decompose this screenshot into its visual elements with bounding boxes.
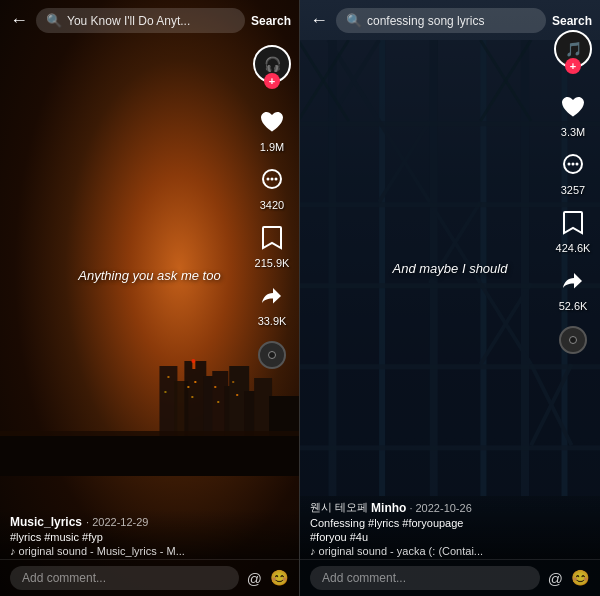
left-search-icon: 🔍 (46, 13, 62, 28)
right-bookmark-icon (556, 206, 590, 240)
svg-point-26 (275, 178, 278, 181)
left-heart-icon (255, 105, 289, 139)
right-search-button[interactable]: Search (552, 14, 592, 28)
left-comment-icon (255, 163, 289, 197)
left-comment-input[interactable]: Add comment... (10, 566, 239, 590)
left-search-bar[interactable]: 🔍 You Know I'll Do Anyt... (36, 8, 245, 33)
right-like-count: 3.3M (561, 126, 585, 138)
left-sound[interactable]: ♪ original sound - Music_lyrics - M... (10, 545, 289, 557)
right-bottom-info: 웬시 테오페 Minho · 2022-10-26 Confessing #ly… (300, 494, 600, 559)
left-date: · 2022-12-29 (86, 516, 148, 528)
left-comment-count: 3420 (260, 199, 284, 211)
right-search-bar[interactable]: 🔍 confessing song lyrics (336, 8, 546, 33)
right-comment-count: 3257 (561, 184, 585, 196)
left-user-line: Music_lyrics · 2022-12-29 (10, 515, 289, 529)
left-share-action[interactable]: 33.9K (255, 279, 289, 327)
right-like-action[interactable]: 3.3M (556, 90, 590, 138)
left-avatar[interactable]: 🎧 + (253, 45, 291, 83)
left-share-count: 33.9K (258, 315, 287, 327)
right-username[interactable]: Minho (371, 501, 406, 515)
right-comment-bar: Add comment... @ 😊 (300, 559, 600, 596)
left-bottom-info: Music_lyrics · 2022-12-29 #lyrics #music… (0, 509, 299, 559)
left-comment-icons: @ 😊 (247, 569, 289, 587)
svg-point-24 (267, 178, 270, 181)
right-search-query: confessing song lyrics (367, 14, 484, 28)
right-comment-action[interactable]: 3257 (556, 148, 590, 196)
right-bookmark-count: 424.6K (556, 242, 591, 254)
left-video-area: Anything you ask me too 🎧 + 1.9M (0, 41, 299, 509)
svg-point-55 (572, 163, 575, 166)
left-avatar-icon: 🎧 (264, 56, 281, 72)
right-sound[interactable]: ♪ original sound - yacka (: (Contai... (310, 545, 590, 557)
right-share-action[interactable]: 52.6K (556, 264, 590, 312)
right-comment-icon (556, 148, 590, 182)
left-side-actions: 🎧 + 1.9M (253, 45, 291, 369)
left-music-disc[interactable] (258, 341, 286, 369)
left-search-button[interactable]: Search (251, 14, 291, 28)
right-back-button[interactable]: ← (308, 8, 330, 33)
svg-point-56 (576, 163, 579, 166)
left-header: ← 🔍 You Know I'll Do Anyt... Search (0, 0, 299, 41)
right-at-icon[interactable]: @ (548, 570, 563, 587)
left-comment-bar: Add comment... @ 😊 (0, 559, 299, 596)
right-search-icon: 🔍 (346, 13, 362, 28)
left-lyric-text: Anything you ask me too (78, 268, 220, 283)
right-description[interactable]: Confessing #lyrics #foryoupage (310, 517, 590, 529)
svg-point-25 (271, 178, 274, 181)
right-hashtags[interactable]: #foryou #4u (310, 531, 590, 543)
right-date: · 2022-10-26 (409, 502, 471, 514)
left-disc-center (268, 351, 276, 359)
left-bookmark-count: 215.9K (255, 257, 290, 269)
right-avatar-icon: 🎵 (565, 41, 582, 57)
left-follow-badge[interactable]: + (264, 73, 280, 89)
right-comment-input[interactable]: Add comment... (310, 566, 540, 590)
right-panel: ← 🔍 confessing song lyrics Search And ma… (300, 0, 600, 596)
right-disc-center (569, 336, 577, 344)
left-emoji-icon[interactable]: 😊 (270, 569, 289, 587)
right-follow-badge[interactable]: + (565, 58, 581, 74)
right-comment-icons: @ 😊 (548, 569, 590, 587)
right-share-icon (556, 264, 590, 298)
right-music-disc[interactable] (559, 326, 587, 354)
right-side-actions: 🎵 + 3.3M (554, 30, 592, 354)
left-bookmark-icon (255, 221, 289, 255)
right-header: ← 🔍 confessing song lyrics Search (300, 0, 600, 41)
right-username-korean: 웬시 테오페 (310, 500, 368, 515)
left-comment-action[interactable]: 3420 (255, 163, 289, 211)
right-bookmark-action[interactable]: 424.6K (556, 206, 591, 254)
left-hashtags[interactable]: #lyrics #music #fyp (10, 531, 289, 543)
right-emoji-icon[interactable]: 😊 (571, 569, 590, 587)
left-bookmark-action[interactable]: 215.9K (255, 221, 290, 269)
right-heart-icon (556, 90, 590, 124)
left-username[interactable]: Music_lyrics (10, 515, 82, 529)
right-video-area: And maybe I should 🎵 + 3.3M (300, 41, 600, 494)
left-share-icon (255, 279, 289, 313)
left-search-query: You Know I'll Do Anyt... (67, 14, 190, 28)
left-like-count: 1.9M (260, 141, 284, 153)
right-share-count: 52.6K (559, 300, 588, 312)
right-user-line: 웬시 테오페 Minho · 2022-10-26 (310, 500, 590, 515)
left-panel: ← 🔍 You Know I'll Do Anyt... Search Anyt… (0, 0, 300, 596)
left-like-action[interactable]: 1.9M (255, 105, 289, 153)
left-disc-icon (258, 341, 286, 369)
left-back-button[interactable]: ← (8, 8, 30, 33)
right-lyric-text: And maybe I should (393, 260, 508, 275)
svg-point-54 (568, 163, 571, 166)
right-disc-icon (559, 326, 587, 354)
left-at-icon[interactable]: @ (247, 570, 262, 587)
